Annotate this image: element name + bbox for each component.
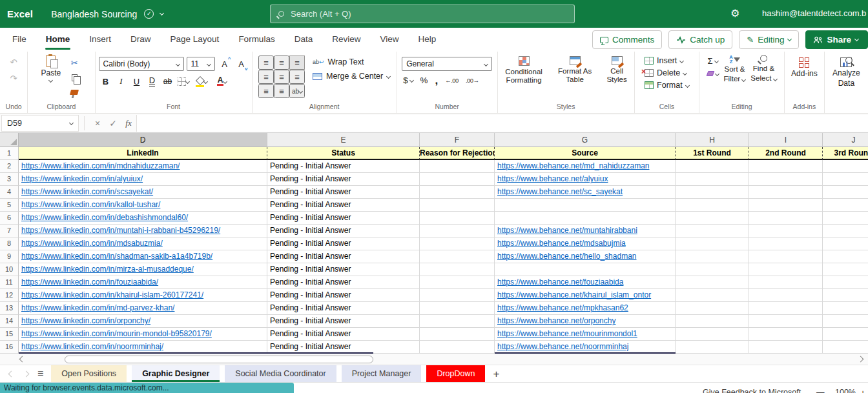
autosum-button[interactable]: Σ [707,56,719,66]
cell-F14[interactable] [420,315,495,328]
horizontal-scrollbar[interactable] [0,354,868,365]
cell-E16[interactable]: Pending - Initial Answer [267,341,420,354]
row-header-15[interactable]: 15 [0,328,19,341]
add-ins-button[interactable]: Add-ins [791,57,818,78]
align-right-button[interactable]: ≡ [289,70,305,84]
cell-J14[interactable] [823,315,868,328]
row-header-1[interactable]: 1 [0,147,19,160]
cell-I16[interactable] [749,341,823,354]
hyperlink[interactable]: https://www.linkedin.com/in/mourin-mondo… [21,329,212,338]
cell-H7[interactable] [676,225,749,237]
cell-D4[interactable]: https://www.linkedin.com/in/scsayekat/ [19,186,267,199]
cell-I3[interactable] [749,173,823,186]
cell-J7[interactable] [823,225,868,237]
format-painter-button[interactable] [67,86,81,99]
cell-D8[interactable]: https://www.linkedin.com/in/mdsabuzmia/ [19,237,267,250]
row-header-9[interactable]: 9 [0,250,19,263]
analyze-data-button[interactable]: Analyze Data [832,57,860,88]
zoom-out-button[interactable]: — [816,388,825,393]
cell-I6[interactable] [749,212,823,225]
scroll-left-arrow-icon[interactable] [19,356,26,363]
formula-input[interactable] [136,115,868,132]
font-color-button[interactable]: A [212,74,232,88]
cell-I2[interactable] [749,160,823,173]
cell-J15[interactable] [823,328,868,341]
cell-G8[interactable]: https://www.behance.net/mdsabujmia [495,237,676,250]
cell-F7[interactable] [420,225,495,237]
cell-G9[interactable]: https://www.behance.net/hello_shadman [495,250,676,263]
zoom-level[interactable]: 100% [835,388,856,393]
increase-font-size-button[interactable]: A^ [218,57,232,71]
cell-F13[interactable] [420,302,495,315]
add-sheet-button[interactable]: + [493,365,499,382]
cell-D16[interactable]: https://www.linkedin.com/in/noormminhaj/ [19,341,267,354]
cell-D14[interactable]: https://www.linkedin.com/in/orponchy/ [19,315,267,328]
zoom-in-button[interactable]: + [860,388,865,393]
save-status-icon[interactable]: ✓ [144,9,154,19]
hyperlink[interactable]: https://www.linkedin.com/in/noormminhaj/ [21,342,163,351]
cell-J10[interactable] [823,263,868,276]
row-header-10[interactable]: 10 [0,263,19,276]
cell-F9[interactable] [420,250,495,263]
cell-H12[interactable] [676,289,749,302]
cell-F10[interactable] [420,263,495,276]
italic-button[interactable]: I [114,74,129,88]
share-button[interactable]: Share [805,30,868,49]
bold-button[interactable]: B [99,74,113,88]
cell-H10[interactable] [676,263,749,276]
hyperlink[interactable]: https://www.behance.net/mpkhasan62 [497,303,628,312]
ribbon-tab-formulas[interactable]: Formulas [229,28,284,52]
hyperlink[interactable]: https://www.linkedin.com/in/mdnahiduzzam… [21,161,180,170]
cell-G7[interactable]: https://www.behance.net/muntahirabbani [495,225,676,237]
hyperlink[interactable]: https://www.behance.net/noormminhaj [497,342,628,351]
hyperlink[interactable]: https://www.linkedin.com/in/debashishmon… [21,213,188,222]
format-as-table-button[interactable]: Format As Table [552,56,597,84]
feedback-link[interactable]: Give Feedback to Microsoft [703,388,801,393]
cell-I13[interactable] [749,302,823,315]
column-header-H[interactable]: H [676,133,749,147]
increase-decimal-button[interactable]: ←.00 [445,77,459,84]
cell-E7[interactable]: Pending - Initial Answer [267,225,420,237]
row-header-2[interactable]: 2 [0,160,19,173]
ribbon-tab-file[interactable]: File [3,28,36,52]
cell-E4[interactable]: Pending - Initial Answer [267,186,420,199]
hyperlink[interactable]: https://www.behance.net/orponchy [497,316,615,325]
align-center-button[interactable]: ≡ [274,70,289,84]
align-bottom-button[interactable]: ≡ [289,55,305,70]
cell-D10[interactable]: https://www.linkedin.com/in/mirza-al-mus… [19,263,267,276]
next-sheet-arrow-icon[interactable] [23,370,30,377]
sheet-tab-graphic-designer[interactable]: Graphic Designer [132,365,220,382]
cell-E10[interactable]: Pending - Initial Answer [267,263,420,276]
redo-button[interactable]: ↷ [10,74,17,83]
accounting-format-button[interactable]: $ [403,76,413,85]
cut-button[interactable]: ✂ [67,56,81,69]
cell-I14[interactable] [749,315,823,328]
cell-G10[interactable] [495,263,676,276]
row-header-16[interactable]: 16 [0,341,19,354]
cell-D15[interactable]: https://www.linkedin.com/in/mourin-mondo… [19,328,267,341]
cancel-button[interactable]: × [90,116,105,131]
hyperlink[interactable]: https://www.behance.net/mdsabujmia [497,239,626,248]
ribbon-tab-page-layout[interactable]: Page Layout [161,28,229,52]
ribbon-tab-help[interactable]: Help [408,28,446,52]
sheet-tab-social-media-coordinator[interactable]: Social Media Coordinator [225,365,336,382]
row-header-5[interactable]: 5 [0,199,19,212]
name-box[interactable]: D59 [1,115,79,132]
cell-F11[interactable] [420,276,495,289]
undo-button[interactable]: ↶ [10,57,17,67]
decrease-decimal-button[interactable]: .00→ [466,77,479,84]
enter-button[interactable]: ✓ [105,116,121,131]
cell-J8[interactable] [823,237,868,250]
font-size-select[interactable]: 11 [187,57,215,71]
conditional-formatting-button[interactable]: Conditional Formatting [498,56,550,85]
header-cell-1st-round[interactable]: 1st Round [676,147,749,160]
cell-G12[interactable]: https://www.behance.net/khairul_islam_on… [495,289,676,302]
copy-button[interactable] [67,71,81,84]
hyperlink[interactable]: https://www.behance.net/mourinmondol1 [497,329,637,338]
increase-indent-button[interactable]: ≡ [274,84,289,98]
find-select-button[interactable]: Find & Select [750,55,776,83]
cell-D6[interactable]: https://www.linkedin.com/in/debashishmon… [19,212,267,225]
align-top-button[interactable]: ≡ [258,55,274,70]
cell-H4[interactable] [676,186,749,199]
cell-F2[interactable] [420,160,495,173]
